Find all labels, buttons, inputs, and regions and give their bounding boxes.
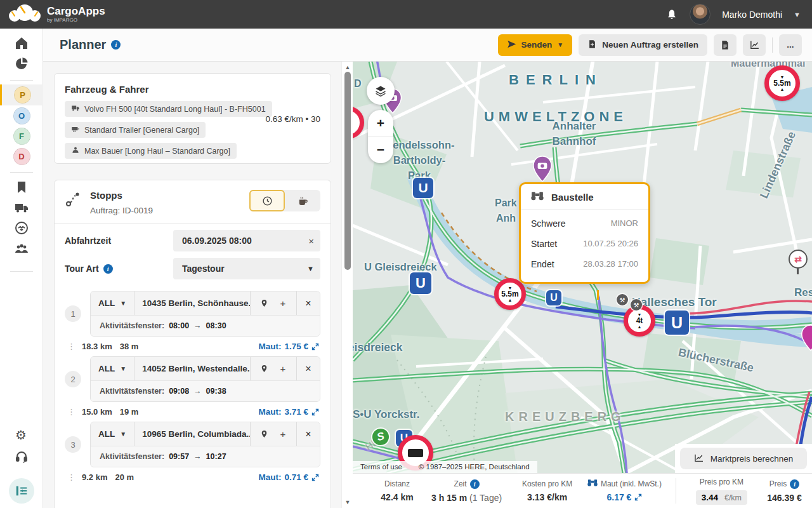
map-zoom-control: + − bbox=[368, 110, 393, 163]
gauges-logo-icon bbox=[8, 3, 42, 27]
add-stop-icon[interactable]: + bbox=[275, 427, 291, 442]
workspace-f-badge: F bbox=[13, 128, 30, 145]
stop-address-input[interactable]: 10435 Berlin, Schönhause... bbox=[134, 291, 251, 315]
page-title: Planner bbox=[60, 37, 121, 52]
scroll-down-arrow[interactable]: ▼ bbox=[342, 499, 353, 505]
users-icon[interactable] bbox=[14, 241, 29, 256]
notifications-bell-icon[interactable] bbox=[665, 8, 678, 21]
height-limit-sign[interactable]: ▼5.5m▲ bbox=[494, 278, 526, 310]
left-sidebar: P O F D ⚙ bbox=[0, 29, 43, 508]
route-icon bbox=[65, 191, 81, 208]
vehicle-chip[interactable]: Volvo FH 500 [40t Standard Long Haul] - … bbox=[65, 101, 272, 117]
activity-window: Aktivitätsfenster:09:57→10:27 bbox=[91, 446, 320, 467]
stop-mode-dropdown[interactable]: ALL▼ bbox=[91, 291, 134, 315]
map-canvas[interactable]: Mauermahnmal BERLIN UMWELTZONE Anhalter … bbox=[353, 62, 812, 473]
stop-number: 2 bbox=[65, 371, 81, 387]
time-info-icon[interactable] bbox=[470, 479, 480, 489]
stats-divider bbox=[676, 478, 676, 504]
market-price-button[interactable]: Marktpreis berechnen bbox=[680, 448, 807, 469]
toll-link[interactable]: Maut:3.71 € bbox=[258, 407, 319, 417]
user-avatar[interactable] bbox=[690, 4, 710, 25]
height-limit-sign[interactable]: ▼5.5m▲ bbox=[764, 65, 800, 101]
handshake-icon[interactable] bbox=[14, 220, 29, 236]
stop-mode-dropdown[interactable]: ALL▼ bbox=[91, 357, 134, 380]
camera-pin[interactable] bbox=[532, 156, 553, 185]
toll-link[interactable]: Maut:0.71 € bbox=[258, 472, 319, 482]
tour-type-label: Tour Art bbox=[65, 264, 113, 274]
brand-subtitle: by IMPARGO bbox=[47, 18, 105, 23]
scrollbar-thumb[interactable] bbox=[344, 72, 351, 270]
collapse-sidebar-button[interactable] bbox=[9, 478, 34, 504]
brand-logo[interactable]: CargoApps by IMPARGO bbox=[0, 3, 105, 27]
zoom-in-button[interactable]: + bbox=[368, 110, 393, 137]
remove-stop-icon[interactable]: × bbox=[297, 422, 320, 446]
toll-link[interactable]: Maut:1.75 € bbox=[258, 342, 319, 351]
truck-icon[interactable] bbox=[14, 200, 29, 215]
sidebar-item-workspace-o[interactable]: O bbox=[0, 105, 43, 126]
camera-pin-partial[interactable] bbox=[801, 324, 812, 354]
line-chart-icon bbox=[694, 453, 704, 465]
departure-label: Abfahrtzeit bbox=[65, 236, 111, 246]
home-icon[interactable] bbox=[14, 36, 29, 51]
roadworks-icon[interactable]: ⚒ bbox=[617, 294, 628, 305]
ubahn-logo: U bbox=[410, 272, 431, 294]
more-actions-button[interactable]: ... bbox=[779, 34, 802, 56]
price-info-icon[interactable] bbox=[790, 479, 799, 489]
trailer-chip[interactable]: Standard Trailer [General Cargo] bbox=[65, 122, 206, 138]
pdf-export-button[interactable] bbox=[714, 34, 737, 56]
direction-sign[interactable]: ⇄ bbox=[789, 250, 808, 269]
file-plus-icon bbox=[587, 39, 597, 51]
departure-input[interactable]: 06.09.2025 08:00 × bbox=[173, 230, 320, 251]
add-stop-icon[interactable]: + bbox=[275, 361, 291, 377]
sidebar-item-workspace-f[interactable]: F bbox=[0, 126, 43, 147]
add-stop-icon[interactable]: + bbox=[275, 296, 291, 311]
settings-gear-icon[interactable]: ⚙ bbox=[15, 427, 27, 443]
stop-address-input[interactable]: 10965 Berlin, Columbiada... bbox=[134, 422, 251, 446]
time-toggle-button[interactable] bbox=[249, 190, 285, 211]
scroll-up-arrow[interactable]: ▲ bbox=[342, 64, 353, 70]
tour-type-select[interactable]: Tagestour ▼ bbox=[173, 258, 320, 279]
toll-value-link[interactable]: 6.17 € bbox=[606, 492, 642, 502]
map-pin-icon[interactable] bbox=[256, 427, 272, 442]
support-headset-icon[interactable] bbox=[14, 449, 29, 464]
drag-handle-icon[interactable]: ⋮ bbox=[67, 407, 75, 417]
clear-departure-icon[interactable]: × bbox=[308, 236, 314, 246]
map-pin-icon[interactable] bbox=[256, 361, 272, 377]
remove-stop-icon[interactable]: × bbox=[297, 291, 320, 315]
planner-info-icon[interactable] bbox=[111, 40, 121, 50]
price-per-km-input[interactable]: 3.44€/km bbox=[696, 490, 747, 505]
stop-address-input[interactable]: 14052 Berlin, Westendalle... bbox=[134, 357, 251, 380]
statistics-button[interactable] bbox=[743, 34, 766, 56]
panel-scrollbar[interactable]: ▲ ▼ bbox=[341, 62, 353, 508]
zoom-out-button[interactable]: − bbox=[368, 137, 393, 164]
bookmark-icon[interactable] bbox=[14, 180, 29, 195]
send-button[interactable]: Senden ▼ bbox=[498, 34, 573, 56]
weight-limit-sign[interactable]: ▼4t▲ bbox=[624, 305, 655, 337]
stopps-title: Stopps bbox=[90, 190, 153, 201]
stop-row-1: 1 ALL▼ 10435 Berlin, Schönhause... + × bbox=[55, 291, 331, 337]
remove-stop-icon[interactable]: × bbox=[297, 357, 320, 380]
break-toggle-button[interactable] bbox=[285, 190, 320, 211]
popup-severity-row: SchwereMINOR bbox=[531, 213, 638, 234]
pie-chart-icon[interactable] bbox=[14, 56, 29, 71]
stop-mode-dropdown[interactable]: ALL▼ bbox=[91, 422, 134, 446]
popup-end-row: Endet28.03.28 17:00 bbox=[531, 254, 638, 274]
driver-chip[interactable]: Max Bauer [Long Haul – Standard Cargo] bbox=[65, 143, 237, 159]
sidebar-item-workspace-p[interactable]: P bbox=[0, 84, 43, 105]
activity-window: Aktivitätsfenster:08:00→08:30 bbox=[91, 315, 320, 336]
user-menu-chevron-icon[interactable]: ▼ bbox=[794, 11, 801, 18]
sidebar-item-workspace-d[interactable]: D bbox=[0, 146, 43, 167]
brand-name: CargoApps bbox=[47, 6, 105, 17]
roadworks-icon[interactable]: ⚒ bbox=[631, 299, 642, 311]
leg-info-3: ⋮ 9.2 km20 m Maut:0.71 € bbox=[55, 467, 331, 487]
stop-number: 1 bbox=[65, 305, 81, 322]
map-layers-button[interactable] bbox=[367, 77, 395, 105]
new-order-button[interactable]: Neuen Auftrag erstellen bbox=[579, 34, 707, 56]
drag-handle-icon[interactable]: ⋮ bbox=[67, 472, 75, 482]
user-name[interactable]: Marko Demothi bbox=[722, 10, 782, 20]
drag-handle-icon[interactable]: ⋮ bbox=[67, 342, 75, 351]
map-pin-icon[interactable] bbox=[256, 296, 272, 311]
terms-of-use-link[interactable]: Terms of use bbox=[360, 463, 402, 471]
driver-icon bbox=[71, 145, 80, 156]
tour-type-info-icon[interactable] bbox=[103, 264, 113, 274]
